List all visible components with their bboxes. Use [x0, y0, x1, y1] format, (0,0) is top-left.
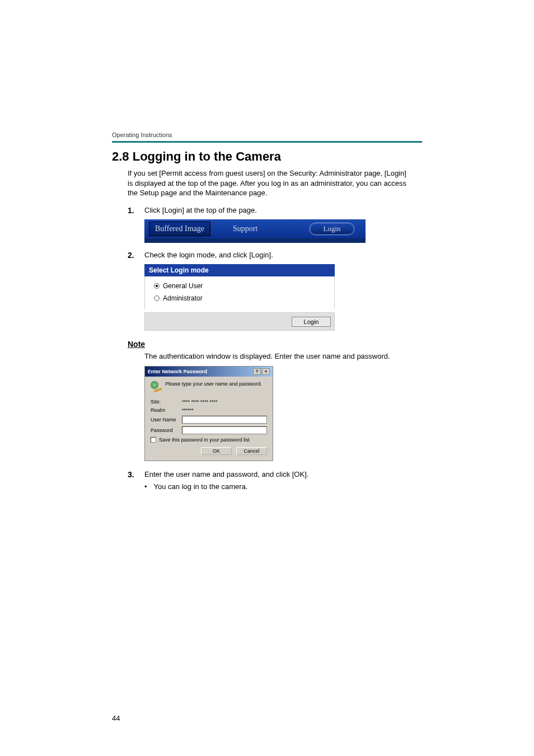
radio-general-user[interactable]: General User	[151, 280, 329, 292]
step-3: 3. Enter the user name and password, and…	[128, 470, 406, 491]
ok-button[interactable]: OK	[201, 447, 232, 455]
radio-label: General User	[163, 282, 203, 290]
step-2: 2. Check the login mode, and click [Logi…	[128, 251, 406, 331]
save-password-label: Save this password in your password list	[159, 437, 250, 443]
steps-list: 1. Click [Login] at the top of the page.…	[128, 206, 406, 331]
auth-dialog-titlebar: Enter Network Password ? ×	[145, 367, 273, 377]
bullet-text: You can log in to the camera.	[154, 482, 248, 491]
auth-prompt: Please type your user name and password.	[165, 381, 267, 387]
login-mode-panel: Select Login mode General User Administr…	[144, 264, 335, 331]
realm-value: ******	[182, 407, 194, 413]
help-icon[interactable]: ?	[253, 368, 261, 375]
auth-dialog: Enter Network Password ? × Please type y…	[144, 366, 273, 461]
save-password-checkbox[interactable]	[151, 437, 156, 443]
header-rule	[112, 141, 422, 143]
step-text: Click [Login] at the top of the page.	[144, 206, 406, 214]
page: Operating Instructions 2.8 Logging in to…	[0, 0, 534, 756]
step-number: 1.	[128, 206, 138, 215]
page-number: 44	[112, 714, 120, 722]
step-number: 3.	[128, 470, 138, 479]
radio-icon	[154, 283, 160, 289]
steps-list-2: 3. Enter the user name and password, and…	[128, 470, 406, 491]
step-number: 2.	[128, 251, 138, 260]
note-text: The authentication window is displayed. …	[144, 352, 406, 360]
login-bar-screenshot: Buffered Image Support Login	[144, 219, 366, 243]
radio-label: Administrator	[163, 294, 203, 302]
step-text: Enter the user name and password, and cl…	[144, 470, 406, 478]
username-label: User Name	[151, 417, 179, 422]
intro-paragraph: If you set [Permit access from guest use…	[128, 168, 406, 198]
login-mode-footer: Login	[144, 312, 335, 331]
key-globe-icon	[151, 381, 162, 395]
bullet-dot: •	[144, 482, 147, 491]
section-title: 2.8 Logging in to the Camera	[112, 149, 422, 164]
step-1: 1. Click [Login] at the top of the page.…	[128, 206, 406, 243]
realm-label: Realm	[151, 407, 179, 413]
username-input[interactable]	[182, 416, 267, 424]
auth-dialog-title: Enter Network Password	[148, 369, 252, 374]
radio-administrator[interactable]: Administrator	[151, 292, 329, 304]
step-text: Check the login mode, and click [Login].	[144, 251, 406, 259]
buffered-image-tab[interactable]: Buffered Image	[149, 222, 210, 236]
site-value: **** **** **** ****	[182, 399, 218, 405]
close-icon[interactable]: ×	[262, 368, 270, 375]
support-link[interactable]: Support	[233, 224, 257, 233]
step-3-bullet: • You can log in to the camera.	[144, 482, 406, 491]
password-label: Password	[151, 428, 179, 433]
login-button[interactable]: Login	[310, 223, 354, 235]
site-label: Site:	[151, 399, 179, 405]
login-mode-title: Select Login mode	[144, 264, 335, 276]
cancel-button[interactable]: Cancel	[236, 447, 267, 455]
radio-icon	[154, 295, 160, 301]
doc-header: Operating Instructions	[112, 132, 422, 138]
note-heading: Note	[128, 340, 406, 349]
login-submit-button[interactable]: Login	[292, 317, 331, 327]
password-input[interactable]	[182, 426, 267, 434]
